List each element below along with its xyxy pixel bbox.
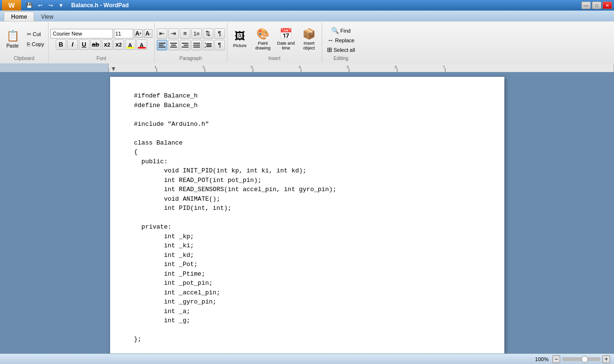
replace-icon: ↔ [327,36,334,44]
copy-button[interactable]: ⎘ Copy [25,40,46,49]
zoom-slider-thumb[interactable] [581,356,588,363]
paragraph-label: Paragraph [157,55,225,61]
bold-button[interactable]: B [56,39,66,50]
window-title: Balance.h - WordPad [71,2,129,9]
font-color-bar [138,47,146,49]
cut-copy-stack: ✂ Cut ⎘ Copy [25,30,46,49]
insert-label: Insert [229,55,320,61]
svg-rect-14 [206,46,212,47]
font-group: A+ A- B I U ab x2 x2 A A [49,23,155,62]
svg-marker-15 [205,42,206,44]
svg-rect-2 [159,47,165,48]
document-area[interactable]: #ifndef Balance_h #define Balance_h #inc… [0,72,614,353]
svg-rect-11 [193,47,200,48]
svg-rect-7 [184,45,188,46]
align-left-button[interactable] [157,40,167,50]
tab-view[interactable]: View [34,12,60,21]
insert-object-button[interactable]: 📦 Insert object [299,25,320,53]
align-right-button[interactable] [180,40,190,50]
svg-rect-8 [182,47,188,48]
copy-icon: ⎘ [27,41,30,47]
ruler-svg: 1 2 3 4 5 6 7 [109,63,614,72]
show-hide-button[interactable]: ¶ [214,28,225,39]
qat-redo[interactable]: ↪ [46,1,55,9]
qat-undo[interactable]: ↩ [36,1,44,9]
svg-text:4: 4 [299,65,301,69]
object-icon: 📦 [302,28,315,40]
qat-save[interactable]: 💾 [25,1,34,9]
italic-button[interactable]: I [67,39,78,50]
svg-text:7: 7 [443,65,445,69]
align-center-button[interactable] [168,40,179,50]
highlight-color-bar [126,47,134,49]
maximize-button[interactable]: □ [592,1,601,9]
line-spacing-button[interactable] [203,40,213,50]
title-bar: W 💾 ↩ ↪ ▼ Balance.h - WordPad — □ ✕ [0,0,614,11]
tab-home[interactable]: Home [4,12,34,21]
status-bar: 100% − + [0,353,614,364]
decrease-indent-button[interactable]: ⇤ [157,28,167,39]
svg-rect-12 [206,43,212,44]
strikethrough-button[interactable]: ab [90,39,101,50]
font-color-button[interactable]: A [137,39,147,50]
select-all-button[interactable]: ⊞ Select all [324,46,358,54]
datetime-icon: 📅 [279,28,292,40]
zoom-slider[interactable] [562,357,601,361]
datetime-button[interactable]: 📅 Date and time [276,25,297,53]
svg-text:6: 6 [395,65,397,69]
cut-icon: ✂ [27,31,31,37]
zoom-control: − + [552,355,610,363]
paint-icon: 🎨 [256,28,269,40]
svg-rect-0 [159,43,165,44]
ribbon-content: 📋 Paste ✂ Cut ⎘ Copy Clipboard [0,21,614,63]
justify-button[interactable] [191,40,202,50]
close-button[interactable]: ✕ [602,1,612,9]
para-top-row: ⇤ ⇥ ≡ 1≡ ⇅ ¶ [157,28,225,39]
insert-group: 🖼 Picture 🎨 Paint drawing 📅 Date and tim… [227,23,322,62]
ruler-area: 1 2 3 4 5 6 7 [0,63,614,72]
zoom-level-label: 100% [535,356,549,362]
underline-button[interactable]: U [79,39,89,50]
paste-button[interactable]: 📋 Paste [2,25,23,53]
svg-rect-1 [159,45,163,46]
bullet-list-button[interactable]: ≡ [180,28,190,39]
number-list-button[interactable]: 1≡ [191,28,202,39]
zoom-out-button[interactable]: − [552,355,560,363]
document-content[interactable]: #ifndef Balance_h #define Balance_h #inc… [134,91,480,353]
paint-drawing-button[interactable]: 🎨 Paint drawing [252,25,274,53]
svg-rect-3 [170,43,177,44]
font-size-increase[interactable]: A+ [134,29,143,38]
font-size-decrease[interactable]: A- [144,29,152,38]
font-size-input[interactable] [114,29,133,38]
svg-text:1: 1 [154,65,157,69]
picture-icon: 🖼 [235,30,245,43]
find-button[interactable]: 🔍 Find [328,26,353,35]
office-button[interactable]: W [2,0,21,11]
svg-rect-10 [193,45,200,46]
replace-button[interactable]: ↔ Replace [325,36,357,45]
ribbon-tabs: Home View [0,11,614,21]
font-selector-row: A+ A- [50,29,152,38]
find-icon: 🔍 [331,27,339,34]
para-bottom-row: ¶ [157,40,225,50]
paragraph-group: ⇤ ⇥ ≡ 1≡ ⇅ ¶ [155,23,227,62]
highlight-color-button[interactable]: A [125,39,136,50]
sort-button[interactable]: ⇅ [203,28,213,39]
picture-button[interactable]: 🖼 Picture [229,25,251,53]
zoom-in-button[interactable]: + [602,355,610,363]
minimize-button[interactable]: — [581,1,591,9]
title-bar-left: W 💾 ↩ ↪ ▼ Balance.h - WordPad [2,0,129,11]
ruler-margin-left [0,63,108,72]
paragraph-marks-button[interactable]: ¶ [214,40,225,50]
subscript-button[interactable]: x2 [102,39,113,50]
svg-rect-6 [182,43,188,44]
font-name-input[interactable] [50,29,113,38]
document-page: #ifndef Balance_h #define Balance_h #inc… [110,77,504,353]
cut-button[interactable]: ✂ Cut [25,30,46,38]
superscript-button[interactable]: x2 [113,39,124,50]
qat-dropdown[interactable]: ▼ [57,1,65,9]
editing-label: Editing [324,55,358,61]
ruler: 1 2 3 4 5 6 7 [108,63,614,72]
increase-indent-button[interactable]: ⇥ [168,28,179,39]
svg-text:5: 5 [347,65,349,69]
